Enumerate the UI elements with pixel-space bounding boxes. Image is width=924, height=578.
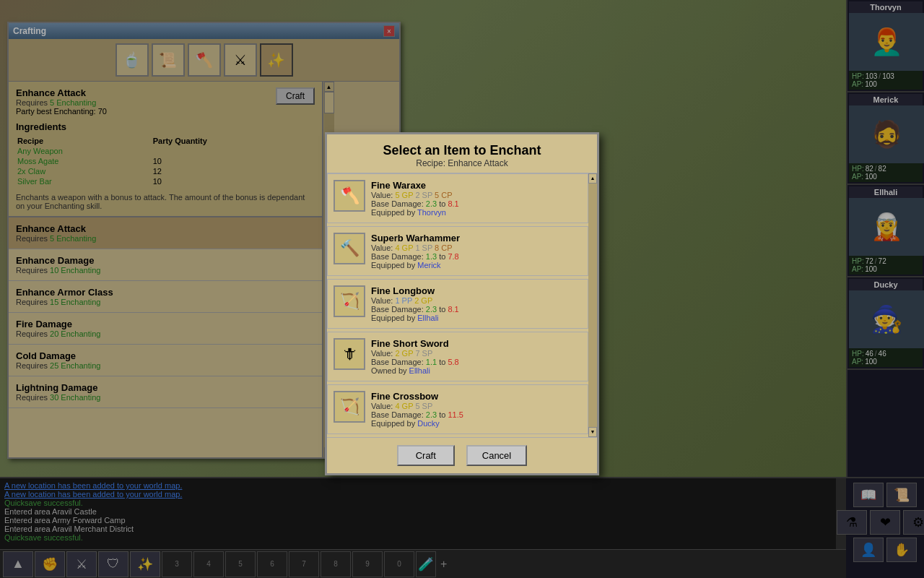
- enchant-items-inner: 🪓 Fine Waraxe Value: 5 GP 2 SP 5 CP Base…: [327, 173, 588, 437]
- fine-longbow-icon: 🏹: [334, 285, 365, 317]
- fine-short-sword-icon: 🗡: [334, 338, 365, 370]
- superb-warhammer-info: Superb Warhammer Value: 4 GP 1 SP 8 CP B…: [371, 233, 582, 269]
- enchant-modal-title: Select an Item to Enchant: [334, 143, 590, 158]
- enchant-scroll-track: [588, 184, 597, 427]
- enchant-item-superb-warhammer[interactable]: 🔨 Superb Warhammer Value: 4 GP 1 SP 8 CP…: [327, 226, 588, 276]
- enchant-craft-button[interactable]: Craft: [397, 445, 455, 466]
- superb-warhammer-name: Superb Warhammer: [371, 233, 582, 243]
- fine-waraxe-name: Fine Waraxe: [371, 180, 582, 191]
- fine-short-sword-owner: Owned by Ellhali: [371, 366, 582, 375]
- superb-warhammer-value: Value: 4 GP 1 SP 8 CP: [371, 243, 582, 252]
- fine-longbow-info: Fine Longbow Value: 1 PP 2 GP Base Damag…: [371, 285, 582, 322]
- superb-warhammer-icon: 🔨: [334, 233, 365, 264]
- fine-waraxe-value: Value: 5 GP 2 SP 5 CP: [371, 191, 582, 199]
- enchant-item-fine-short-sword[interactable]: 🗡 Fine Short Sword Value: 2 GP 7 SP Base…: [327, 332, 588, 381]
- fine-short-sword-info: Fine Short Sword Value: 2 GP 7 SP Base D…: [371, 338, 582, 375]
- fine-crossbow-damage: Base Damage: 2.3 to 11.5: [371, 410, 582, 419]
- fine-waraxe-info: Fine Waraxe Value: 5 GP 2 SP 5 CP Base D…: [371, 180, 582, 217]
- enchant-item-fine-crossbow[interactable]: 🏹 Fine Crossbow Value: 4 GP 5 SP Base Da…: [327, 384, 588, 434]
- enchant-item-list-wrapper: 🪓 Fine Waraxe Value: 5 GP 2 SP 5 CP Base…: [327, 173, 597, 437]
- fine-waraxe-icon: 🪓: [334, 180, 365, 212]
- enchant-scroll-up[interactable]: ▲: [588, 173, 597, 184]
- superb-warhammer-damage: Base Damage: 1.3 to 7.8: [371, 252, 582, 261]
- fine-short-sword-damage: Base Damage: 1.1 to 5.8: [371, 358, 582, 366]
- enchant-scroll-down[interactable]: ▼: [588, 427, 597, 437]
- enchant-modal: Select an Item to Enchant Recipe: Enhanc…: [325, 132, 599, 475]
- fine-waraxe-damage: Base Damage: 2.3 to 8.1: [371, 199, 582, 208]
- enchant-modal-recipe: Recipe: Enhance Attack: [334, 158, 590, 168]
- enchant-item-fine-longbow[interactable]: 🏹 Fine Longbow Value: 1 PP 2 GP Base Dam…: [327, 279, 588, 329]
- superb-warhammer-owner: Equipped by Merick: [371, 261, 582, 269]
- fine-short-sword-value: Value: 2 GP 7 SP: [371, 349, 582, 358]
- fine-longbow-damage: Base Damage: 2.3 to 8.1: [371, 305, 582, 314]
- fine-longbow-value: Value: 1 PP 2 GP: [371, 296, 582, 305]
- modal-overlay: Select an Item to Enchant Recipe: Enhanc…: [0, 0, 924, 578]
- enchant-item-fine-waraxe[interactable]: 🪓 Fine Waraxe Value: 5 GP 2 SP 5 CP Base…: [327, 173, 588, 223]
- enchant-scrollbar: ▲ ▼: [588, 173, 597, 437]
- fine-crossbow-info: Fine Crossbow Value: 4 GP 5 SP Base Dama…: [371, 391, 582, 428]
- fine-crossbow-icon: 🏹: [334, 391, 365, 423]
- enchant-modal-footer: Craft Cancel: [327, 437, 597, 473]
- enchant-modal-header: Select an Item to Enchant Recipe: Enhanc…: [327, 134, 597, 173]
- fine-crossbow-value: Value: 4 GP 5 SP: [371, 402, 582, 410]
- fine-longbow-name: Fine Longbow: [371, 285, 582, 296]
- enchant-cancel-button[interactable]: Cancel: [466, 445, 527, 466]
- fine-waraxe-owner: Equipped by Thorvyn: [371, 208, 582, 217]
- fine-crossbow-name: Fine Crossbow: [371, 391, 582, 402]
- fine-crossbow-owner: Equipped by Ducky: [371, 419, 582, 428]
- fine-longbow-owner: Equipped by Ellhali: [371, 314, 582, 322]
- fine-short-sword-name: Fine Short Sword: [371, 338, 582, 349]
